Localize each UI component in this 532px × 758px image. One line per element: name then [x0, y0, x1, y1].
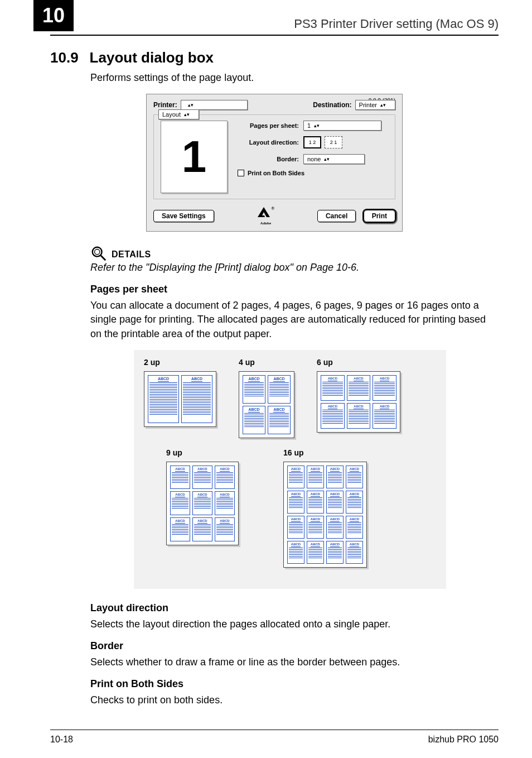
- pages-per-sheet-select[interactable]: 1▴▾: [303, 121, 381, 131]
- pages-per-sheet-label: Pages per sheet:: [238, 122, 299, 129]
- chevron-updown-icon: ▴▾: [188, 103, 194, 108]
- nup-16-label: 16 up: [283, 448, 367, 457]
- pages-per-sheet-text: You can allocate a document of 2 pages, …: [90, 299, 499, 341]
- both-sides-text: Checks to print on both sides.: [90, 693, 499, 707]
- layout-dialog: 8.8.0 (301) Printer: ▴▾ Destination: Pri…: [146, 94, 403, 232]
- border-select[interactable]: none▴▾: [303, 154, 365, 164]
- footer-product: bizhub PRO 1050: [428, 735, 499, 745]
- nup-9-sheet: ABCD ABCD ABCD ABCD ABCD ABCD ABCD ABCD …: [166, 462, 239, 545]
- nup-16-sheet: ABCD ABCD ABCD ABCD ABCD ABCD ABCD ABCD …: [283, 462, 367, 568]
- section-intro: Performs settings of the page layout.: [90, 71, 499, 85]
- magnifier-icon: [90, 245, 107, 262]
- print-button[interactable]: Print: [364, 210, 395, 222]
- svg-point-0: [93, 247, 102, 257]
- header-title: PS3 Printer Driver setting (Mac OS 9): [74, 17, 499, 31]
- both-sides-heading: Print on Both Sides: [90, 678, 499, 690]
- svg-point-1: [95, 250, 100, 255]
- nup-6-label: 6 up: [317, 358, 400, 367]
- footer-page: 10-18: [50, 735, 73, 745]
- chevron-updown-icon: ▴▾: [324, 157, 330, 162]
- both-sides-label: Print on Both Sides: [248, 170, 304, 176]
- layout-direction-label: Layout direction:: [238, 139, 299, 146]
- details-reference: Refer to the "Displaying the [Print] dia…: [90, 262, 499, 274]
- nup-illustration: 2 up ABCD ABCD 4 up ABCD ABCD ABCD ABCD …: [134, 350, 446, 589]
- adobe-logo-icon: ® Adobe: [257, 206, 274, 226]
- nup-6-sheet: ABCD ABCD ABCD ABCD ABCD ABCD: [317, 371, 400, 433]
- border-text: Selects whether to draw a frame or line …: [90, 655, 499, 669]
- layout-direction-heading: Layout direction: [90, 602, 499, 614]
- layout-direction-text: Selects the layout direction the pages a…: [90, 617, 499, 631]
- save-settings-button[interactable]: Save Settings: [153, 210, 214, 222]
- chevron-updown-icon: ▴▾: [380, 103, 386, 108]
- border-label: Border:: [238, 156, 299, 162]
- direction-rtl-button[interactable]: 2 1: [325, 136, 342, 148]
- destination-label: Destination:: [313, 101, 351, 109]
- chevron-updown-icon: ▴▾: [314, 123, 320, 128]
- chevron-updown-icon: ▴▾: [184, 112, 190, 117]
- panel-tab-select[interactable]: Layout▴▾: [158, 109, 199, 119]
- printer-label: Printer:: [153, 101, 177, 109]
- nup-2-sheet: ABCD ABCD: [144, 371, 216, 427]
- details-label: DETAILS: [112, 250, 151, 260]
- chapter-number: 10: [33, 0, 74, 31]
- border-heading: Border: [90, 640, 499, 652]
- pages-per-sheet-heading: Pages per sheet: [90, 284, 499, 295]
- nup-2-label: 2 up: [144, 358, 216, 367]
- section-number: 10.9: [50, 49, 79, 66]
- section-title: Layout dialog box: [90, 49, 214, 66]
- nup-4-sheet: ABCD ABCD ABCD ABCD: [239, 371, 294, 438]
- layout-preview: 1: [161, 121, 228, 193]
- destination-select[interactable]: Printer▴▾: [355, 100, 395, 110]
- cancel-button[interactable]: Cancel: [317, 210, 356, 222]
- direction-ltr-button[interactable]: 1 2: [303, 136, 321, 148]
- printer-select[interactable]: ▴▾: [181, 100, 248, 110]
- nup-9-label: 9 up: [166, 448, 239, 457]
- svg-line-2: [101, 256, 105, 260]
- both-sides-checkbox[interactable]: [238, 170, 244, 176]
- nup-4-label: 4 up: [239, 358, 294, 367]
